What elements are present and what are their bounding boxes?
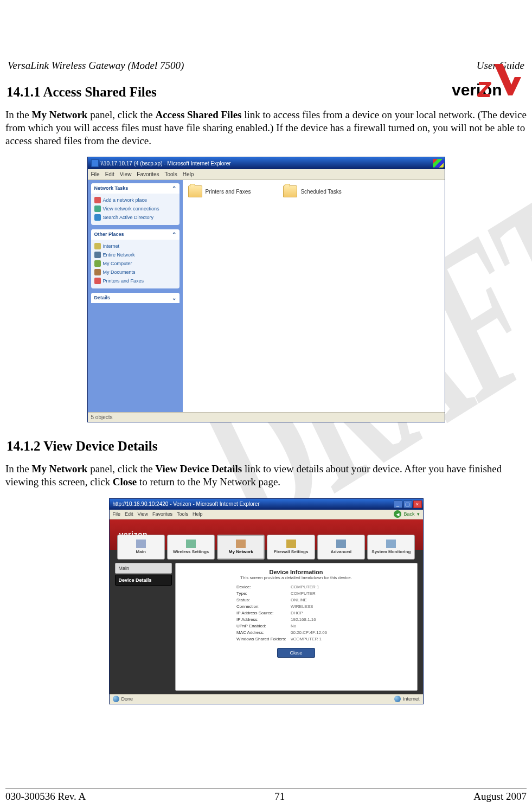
row-val: ONLINE bbox=[291, 598, 356, 602]
menu-edit[interactable]: Edit bbox=[105, 171, 114, 177]
task-item[interactable]: View network connections bbox=[94, 204, 176, 213]
wireless-icon bbox=[186, 540, 196, 548]
explorer-sidebar: Network Tasks⌃ Add a network place View … bbox=[88, 180, 183, 412]
menu-help[interactable]: Help bbox=[193, 511, 203, 517]
internet-icon bbox=[94, 243, 101, 249]
main-tabs: Main Wireless Settings My Network Firewa… bbox=[115, 535, 418, 560]
folder-scheduled[interactable]: Scheduled Tasks bbox=[283, 185, 341, 197]
tab-firewall[interactable]: Firewall Settings bbox=[267, 535, 315, 560]
place-item[interactable]: Internet bbox=[94, 242, 176, 251]
panel-subtitle: This screen provides a detailed breakdow… bbox=[240, 575, 352, 580]
close-window-button[interactable]: × bbox=[413, 500, 422, 508]
advanced-icon bbox=[336, 540, 346, 548]
task-item[interactable]: Search Active Directory bbox=[94, 213, 176, 222]
explorer-menubar[interactable]: File Edit View Favorites Tools Help bbox=[88, 169, 445, 180]
row-key: Windows Shared Folders: bbox=[236, 637, 291, 641]
chevron-up-icon: ⌃ bbox=[172, 185, 176, 191]
device-info-table: Device:COMPUTER 1 Type:COMPUTER Status:O… bbox=[236, 585, 356, 641]
row-val: COMPUTER 1 bbox=[291, 585, 356, 589]
folder-icon bbox=[188, 185, 202, 197]
maximize-button[interactable]: ▢ bbox=[403, 500, 412, 508]
explorer-statusbar: 5 objects bbox=[88, 412, 445, 422]
browser-menubar[interactable]: File Edit View Favorites Tools Help ◄ Ba… bbox=[110, 510, 423, 519]
tab-main[interactable]: Main bbox=[117, 535, 165, 560]
row-key: Status: bbox=[236, 598, 291, 602]
menu-favorites[interactable]: Favorites bbox=[152, 511, 172, 517]
figure-device-details-window: http://10.16.90.10:2420 - Verizon - Micr… bbox=[109, 498, 424, 704]
panel-network-tasks-header[interactable]: Network Tasks⌃ bbox=[91, 183, 180, 194]
side-tab-main[interactable]: Main bbox=[115, 563, 172, 574]
section2-number: 14.1.2 bbox=[7, 439, 41, 453]
back-button[interactable]: ◄ Back▾ bbox=[394, 510, 422, 518]
doc-title: VersaLink Wireless Gateway (Model 7500) bbox=[8, 60, 184, 72]
chevron-up-icon: ⌃ bbox=[172, 232, 176, 237]
svg-text:veri: veri bbox=[452, 81, 480, 99]
network-icon bbox=[236, 540, 246, 548]
footer-right: August 2007 bbox=[473, 791, 527, 802]
figure-explorer-window: \\10.17.10.17 (4 (bscp.xp) - Microsoft I… bbox=[87, 157, 445, 422]
menu-file[interactable]: File bbox=[91, 171, 100, 177]
row-key: MAC Address: bbox=[236, 630, 291, 635]
section1-paragraph: In the My Network panel, click the Acces… bbox=[5, 108, 527, 147]
panel-title: Device Information bbox=[269, 569, 323, 575]
footer-page-number: 71 bbox=[274, 791, 285, 802]
network-conn-icon bbox=[94, 206, 101, 212]
menu-view[interactable]: View bbox=[120, 171, 132, 177]
row-key: Connection: bbox=[236, 604, 291, 609]
section2-title: View Device Details bbox=[43, 439, 157, 453]
row-key: IP Address Source: bbox=[236, 611, 291, 615]
row-val: 00:20:CP:4F:12:66 bbox=[291, 630, 356, 635]
globe-icon bbox=[113, 696, 119, 702]
row-val: 192.168.1.16 bbox=[291, 617, 356, 622]
menu-tools[interactable]: Tools bbox=[177, 511, 188, 517]
row-val: No bbox=[291, 624, 356, 628]
menu-tools[interactable]: Tools bbox=[164, 171, 177, 177]
menu-edit[interactable]: Edit bbox=[125, 511, 133, 517]
documents-icon bbox=[94, 269, 101, 275]
panel-other-places-header[interactable]: Other Places⌃ bbox=[91, 229, 180, 240]
globe-icon bbox=[394, 696, 401, 702]
place-item[interactable]: Entire Network bbox=[94, 251, 176, 259]
row-key: IP Address: bbox=[236, 617, 291, 622]
tab-wireless[interactable]: Wireless Settings bbox=[167, 535, 215, 560]
menu-favorites[interactable]: Favorites bbox=[137, 171, 159, 177]
task-item[interactable]: Add a network place bbox=[94, 196, 176, 204]
panel-details-header[interactable]: Details⌄ bbox=[91, 293, 180, 303]
section1-number: 14.1.1 bbox=[7, 85, 41, 99]
computer-icon bbox=[94, 260, 101, 267]
explorer-titlebar: \\10.17.10.17 (4 (bscp.xp) - Microsoft I… bbox=[88, 157, 445, 169]
row-val: COMPUTER bbox=[291, 591, 356, 596]
row-val: WIRELESS bbox=[291, 604, 356, 609]
close-button[interactable]: Close bbox=[277, 648, 315, 658]
page-footer: 030-300536 Rev. A 71 August 2007 bbox=[5, 788, 527, 802]
side-tab-device-details[interactable]: Device Details bbox=[115, 575, 172, 586]
monitoring-icon bbox=[386, 540, 396, 548]
menu-file[interactable]: File bbox=[113, 511, 121, 517]
place-item[interactable]: Printers and Faxes bbox=[94, 277, 176, 285]
row-val: DHCP bbox=[291, 611, 356, 615]
device-info-panel: Device Information This screen provides … bbox=[175, 563, 418, 691]
row-val: \\COMPUTER 1 bbox=[291, 637, 356, 641]
section2-paragraph: In the My Network panel, click the View … bbox=[5, 463, 527, 489]
menu-view[interactable]: View bbox=[138, 511, 148, 517]
printer-icon bbox=[94, 278, 101, 284]
row-key: UPnP Enabled: bbox=[236, 624, 291, 628]
tab-monitoring[interactable]: System Monitoring bbox=[367, 535, 415, 560]
row-key: Device: bbox=[236, 585, 291, 589]
menu-help[interactable]: Help bbox=[183, 171, 194, 177]
section1-title: Access Shared Files bbox=[43, 85, 156, 99]
chevron-down-icon: ⌄ bbox=[172, 295, 176, 301]
tab-my-network[interactable]: My Network bbox=[217, 535, 265, 560]
verizon-logo: veri on bbox=[451, 62, 521, 102]
browser-titlebar: http://10.16.90.10:2420 - Verizon - Micr… bbox=[110, 499, 423, 510]
folder-printers[interactable]: Printers and Faxes bbox=[188, 185, 251, 197]
place-item[interactable]: My Documents bbox=[94, 268, 176, 277]
tab-advanced[interactable]: Advanced bbox=[317, 535, 365, 560]
folder-icon bbox=[283, 185, 297, 197]
search-ad-icon bbox=[94, 214, 101, 221]
windows-flag-icon bbox=[433, 159, 444, 168]
minimize-button[interactable]: _ bbox=[394, 500, 402, 508]
explorer-content[interactable]: Printers and Faxes Scheduled Tasks bbox=[183, 180, 445, 412]
place-item[interactable]: My Computer bbox=[94, 259, 176, 268]
ie-icon bbox=[91, 159, 99, 167]
